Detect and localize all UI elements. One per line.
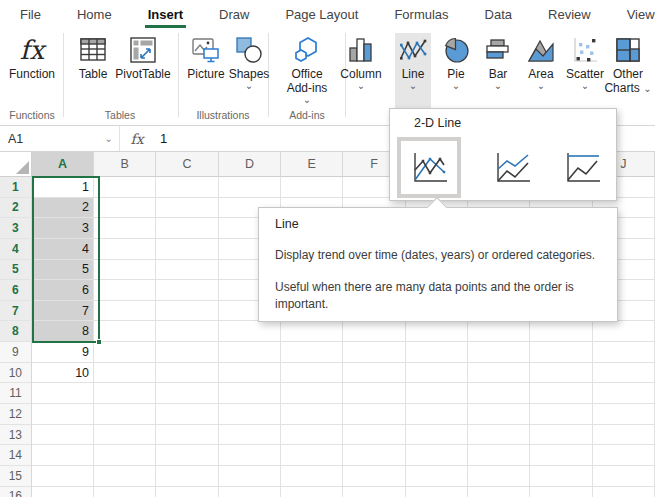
- cell-C2[interactable]: [156, 198, 218, 219]
- cell-J10[interactable]: [593, 363, 655, 384]
- cell-F12[interactable]: [343, 404, 405, 425]
- tab-formulas[interactable]: Formulas: [391, 3, 451, 26]
- cell-G12[interactable]: [406, 404, 468, 425]
- cell-B12[interactable]: [94, 404, 156, 425]
- cell-G13[interactable]: [406, 425, 468, 446]
- cell-C13[interactable]: [156, 425, 218, 446]
- cell-J11[interactable]: [593, 383, 655, 404]
- row-header-5[interactable]: 5: [0, 260, 32, 281]
- cell-J16[interactable]: [593, 487, 655, 497]
- cell-J8[interactable]: [593, 321, 655, 342]
- cell-A1[interactable]: 1: [32, 177, 94, 198]
- cell-F14[interactable]: [343, 445, 405, 466]
- cell-A13[interactable]: [32, 425, 94, 446]
- pie-chart-button[interactable]: Pie ⌄: [437, 33, 475, 105]
- column-header-C[interactable]: C: [156, 152, 218, 177]
- tab-draw[interactable]: Draw: [216, 3, 252, 26]
- cell-J14[interactable]: [593, 445, 655, 466]
- stacked-line-100-option[interactable]: [554, 143, 610, 192]
- row-header-10[interactable]: 10: [0, 363, 32, 384]
- cell-C6[interactable]: [156, 280, 218, 301]
- cell-G10[interactable]: [406, 363, 468, 384]
- cell-C16[interactable]: [156, 487, 218, 497]
- shapes-button[interactable]: Shapes ⌄: [226, 33, 272, 105]
- cell-D15[interactable]: [219, 466, 281, 487]
- cell-G9[interactable]: [406, 342, 468, 363]
- cell-D8[interactable]: [219, 321, 281, 342]
- row-header-12[interactable]: 12: [0, 404, 32, 425]
- column-header-D[interactable]: D: [219, 152, 281, 177]
- cell-E14[interactable]: [281, 445, 343, 466]
- cell-I9[interactable]: [530, 342, 592, 363]
- picture-button[interactable]: Picture: [183, 33, 229, 105]
- row-header-7[interactable]: 7: [0, 301, 32, 322]
- row-header-3[interactable]: 3: [0, 218, 32, 239]
- cell-F9[interactable]: [343, 342, 405, 363]
- cell-A2[interactable]: 2: [32, 198, 94, 219]
- cell-G16[interactable]: [406, 487, 468, 497]
- column-header-E[interactable]: E: [281, 152, 343, 177]
- cell-B10[interactable]: [94, 363, 156, 384]
- cell-E11[interactable]: [281, 383, 343, 404]
- cell-C10[interactable]: [156, 363, 218, 384]
- tab-insert[interactable]: Insert: [145, 3, 186, 26]
- cell-B9[interactable]: [94, 342, 156, 363]
- cell-B3[interactable]: [94, 218, 156, 239]
- cell-G14[interactable]: [406, 445, 468, 466]
- cell-C15[interactable]: [156, 466, 218, 487]
- row-header-1[interactable]: 1: [0, 177, 32, 198]
- cell-A7[interactable]: 7: [32, 301, 94, 322]
- cell-I13[interactable]: [530, 425, 592, 446]
- cell-A3[interactable]: 3: [32, 218, 94, 239]
- cell-A8[interactable]: 8: [32, 321, 94, 342]
- cell-B16[interactable]: [94, 487, 156, 497]
- cell-B8[interactable]: [94, 321, 156, 342]
- cell-H9[interactable]: [468, 342, 530, 363]
- cell-A6[interactable]: 6: [32, 280, 94, 301]
- cell-C12[interactable]: [156, 404, 218, 425]
- cell-D10[interactable]: [219, 363, 281, 384]
- cell-A10[interactable]: 10: [32, 363, 94, 384]
- cell-I16[interactable]: [530, 487, 592, 497]
- tab-file[interactable]: File: [17, 3, 44, 26]
- cell-A14[interactable]: [32, 445, 94, 466]
- cell-A16[interactable]: [32, 487, 94, 497]
- function-button[interactable]: fx Function: [2, 33, 62, 105]
- cell-I8[interactable]: [530, 321, 592, 342]
- cell-H13[interactable]: [468, 425, 530, 446]
- cell-A5[interactable]: 5: [32, 260, 94, 281]
- bar-chart-button[interactable]: Bar ⌄: [479, 33, 517, 105]
- line-chart-button[interactable]: Line ⌄: [395, 33, 431, 109]
- cell-H15[interactable]: [468, 466, 530, 487]
- cell-J15[interactable]: [593, 466, 655, 487]
- cell-C4[interactable]: [156, 239, 218, 260]
- cell-C9[interactable]: [156, 342, 218, 363]
- cell-F15[interactable]: [343, 466, 405, 487]
- cell-C7[interactable]: [156, 301, 218, 322]
- cell-E8[interactable]: [281, 321, 343, 342]
- cell-B7[interactable]: [94, 301, 156, 322]
- cell-D14[interactable]: [219, 445, 281, 466]
- cell-I11[interactable]: [530, 383, 592, 404]
- cell-F16[interactable]: [343, 487, 405, 497]
- cell-G8[interactable]: [406, 321, 468, 342]
- cell-C5[interactable]: [156, 260, 218, 281]
- cell-D9[interactable]: [219, 342, 281, 363]
- row-header-14[interactable]: 14: [0, 445, 32, 466]
- cell-D12[interactable]: [219, 404, 281, 425]
- cell-F13[interactable]: [343, 425, 405, 446]
- cell-E12[interactable]: [281, 404, 343, 425]
- row-header-2[interactable]: 2: [0, 198, 32, 219]
- cell-E10[interactable]: [281, 363, 343, 384]
- cell-I10[interactable]: [530, 363, 592, 384]
- cell-B4[interactable]: [94, 239, 156, 260]
- cell-A4[interactable]: 4: [32, 239, 94, 260]
- cell-G15[interactable]: [406, 466, 468, 487]
- cell-C8[interactable]: [156, 321, 218, 342]
- cell-E1[interactable]: [281, 177, 343, 198]
- cell-I14[interactable]: [530, 445, 592, 466]
- tab-home[interactable]: Home: [74, 3, 115, 26]
- cell-A11[interactable]: [32, 383, 94, 404]
- row-header-8[interactable]: 8: [0, 321, 32, 342]
- cell-I12[interactable]: [530, 404, 592, 425]
